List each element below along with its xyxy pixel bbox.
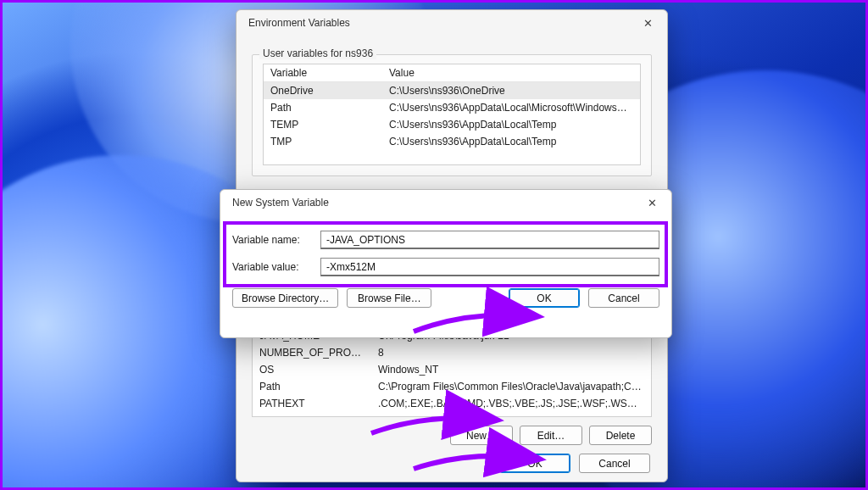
table-row[interactable]: PATHEXT .COM;.EXE;.BAT;.CMD;.VBS;.VBE;.J…	[253, 395, 651, 412]
col-header-variable[interactable]: Variable	[264, 64, 382, 81]
browse-directory-button[interactable]: Browse Directory…	[232, 288, 338, 308]
env-footer-buttons: OK Cancel	[236, 454, 667, 473]
variable-value-input[interactable]	[320, 258, 659, 276]
table-row[interactable]: PROCESSOR_ARCHITECTU… AMD64	[253, 412, 651, 417]
cancel-button[interactable]: Cancel	[579, 454, 650, 473]
close-icon[interactable]: ✕	[635, 13, 660, 33]
table-header: Variable Value	[264, 64, 640, 82]
table-row[interactable]: TEMP C:\Users\ns936\AppData\Local\Temp	[264, 116, 640, 133]
new-button[interactable]: New…	[450, 426, 513, 445]
table-row[interactable]: TMP C:\Users\ns936\AppData\Local\Temp	[264, 133, 640, 150]
newvar-titlebar: New System Variable ✕	[220, 190, 671, 215]
system-variables-table[interactable]: JAVA_HOME C:\Program Files\Java\jdk-21 N…	[252, 327, 652, 417]
close-icon[interactable]: ✕	[639, 192, 665, 213]
new-system-variable-dialog: New System Variable ✕ Variable name: Var…	[220, 189, 672, 338]
table-row[interactable]: Path C:\Program Files\Common Files\Oracl…	[253, 378, 651, 395]
table-row[interactable]: OS Windows_NT	[253, 361, 651, 378]
table-row[interactable]: OneDrive C:\Users\ns936\OneDrive	[264, 82, 640, 99]
user-variables-legend: User variables for ns936	[259, 47, 376, 59]
table-row[interactable]: Path C:\Users\ns936\AppData\Local\Micros…	[264, 99, 640, 116]
user-variables-group: User variables for ns936 Variable Value …	[252, 54, 652, 176]
delete-button[interactable]: Delete	[589, 426, 652, 445]
variable-name-input[interactable]	[320, 231, 659, 249]
variable-name-label: Variable name:	[232, 234, 310, 246]
user-variables-table[interactable]: Variable Value OneDrive C:\Users\ns936\O…	[263, 64, 641, 165]
ok-button[interactable]: OK	[509, 288, 580, 308]
newvar-title: New System Variable	[232, 197, 329, 209]
cancel-button[interactable]: Cancel	[588, 288, 659, 308]
edit-button[interactable]: Edit…	[520, 426, 582, 445]
ok-button[interactable]: OK	[499, 454, 570, 473]
variable-value-label: Variable value:	[232, 261, 310, 273]
table-row[interactable]: NUMBER_OF_PROCESSORS 8	[253, 344, 651, 361]
env-titlebar: Environment Variables ✕	[236, 10, 667, 36]
system-var-buttons: New… Edit… Delete	[252, 426, 652, 445]
env-title: Environment Variables	[248, 17, 350, 29]
col-header-value[interactable]: Value	[382, 64, 640, 81]
browse-file-button[interactable]: Browse File…	[347, 288, 431, 308]
